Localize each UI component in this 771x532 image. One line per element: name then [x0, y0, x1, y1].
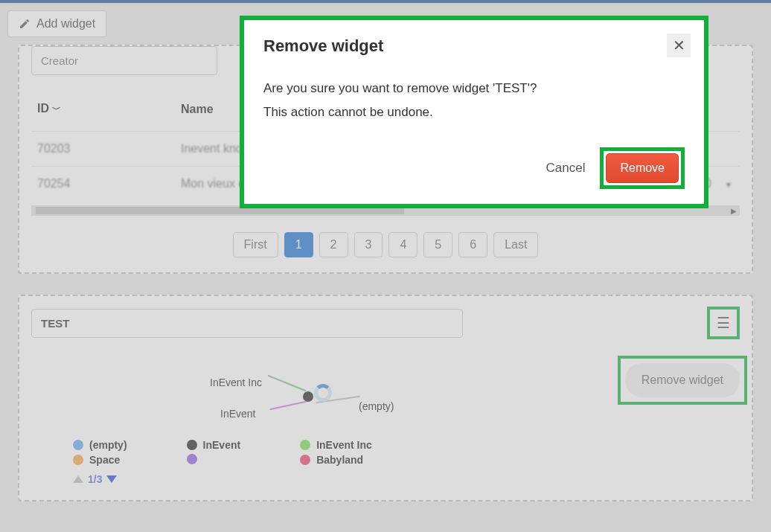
page-5[interactable]: 5 — [423, 232, 452, 257]
legend-dot-icon — [300, 455, 310, 465]
page-6[interactable]: 6 — [458, 232, 487, 257]
page-first[interactable]: First — [233, 232, 278, 257]
chart-area: InEvent Inc InEvent (empty) (empty) Spac… — [31, 376, 740, 485]
legend-item[interactable]: InEvent — [187, 439, 241, 451]
page-4[interactable]: 4 — [388, 232, 418, 257]
close-button[interactable]: ✕ — [667, 33, 691, 57]
page-1[interactable]: 1 — [284, 232, 313, 257]
node-label: InEvent Inc — [210, 376, 262, 388]
pagination: First 1 2 3 4 5 6 Last — [31, 232, 740, 257]
legend-pager: 1/3 — [46, 473, 725, 485]
legend-page-indicator: 1/3 — [88, 473, 102, 485]
page-last[interactable]: Last — [493, 232, 538, 257]
creator-input[interactable] — [31, 46, 217, 75]
column-id[interactable]: ID﹀ — [31, 93, 175, 132]
add-widget-button[interactable]: Add widget — [7, 10, 106, 37]
legend-dot-icon — [187, 454, 197, 464]
modal-title: Remove widget — [263, 36, 685, 56]
graph-edge — [269, 401, 306, 410]
page-3[interactable]: 3 — [354, 232, 383, 257]
legend-dot-icon — [73, 440, 83, 450]
add-widget-label: Add widget — [36, 17, 95, 31]
legend-dot-icon — [187, 440, 197, 450]
legend: (empty) Space InEvent InEvent Inc Babyla… — [46, 439, 725, 466]
legend-item[interactable]: Babyland — [300, 454, 372, 466]
widget-panel-test: ☰ Remove widget InEvent Inc InEvent (emp… — [18, 295, 753, 501]
modal-message: Are you sure you want to remove widget '… — [263, 77, 685, 125]
triangle-up-icon[interactable] — [73, 475, 83, 483]
legend-item[interactable] — [187, 454, 241, 464]
caret-down-icon[interactable]: ▾ — [723, 176, 734, 193]
remove-widget-modal: Remove widget ✕ Are you sure you want to… — [240, 16, 708, 208]
scroll-right-icon[interactable]: ▶ — [731, 207, 737, 215]
graph-edge — [268, 375, 307, 391]
node-label: (empty) — [359, 400, 394, 412]
legend-dot-icon — [73, 455, 83, 465]
cancel-button[interactable]: Cancel — [546, 161, 586, 176]
page-2[interactable]: 2 — [319, 232, 348, 257]
close-icon: ✕ — [673, 36, 685, 54]
node-label: InEvent — [220, 408, 255, 420]
chevron-down-icon: ﹀ — [52, 104, 61, 115]
loading-spinner-icon — [314, 384, 332, 402]
remove-button[interactable]: Remove — [606, 153, 679, 183]
legend-item[interactable]: Space — [73, 454, 127, 466]
widget-title-input[interactable] — [31, 309, 463, 338]
hamburger-icon: ☰ — [717, 314, 730, 332]
triangle-down-icon[interactable] — [106, 475, 117, 483]
graph-center-node — [303, 391, 313, 402]
widget-menu-button[interactable]: ☰ — [712, 312, 735, 334]
legend-item[interactable]: InEvent Inc — [300, 439, 372, 451]
edit-icon — [19, 18, 31, 30]
legend-item[interactable]: (empty) — [73, 439, 127, 451]
legend-dot-icon — [300, 440, 310, 450]
